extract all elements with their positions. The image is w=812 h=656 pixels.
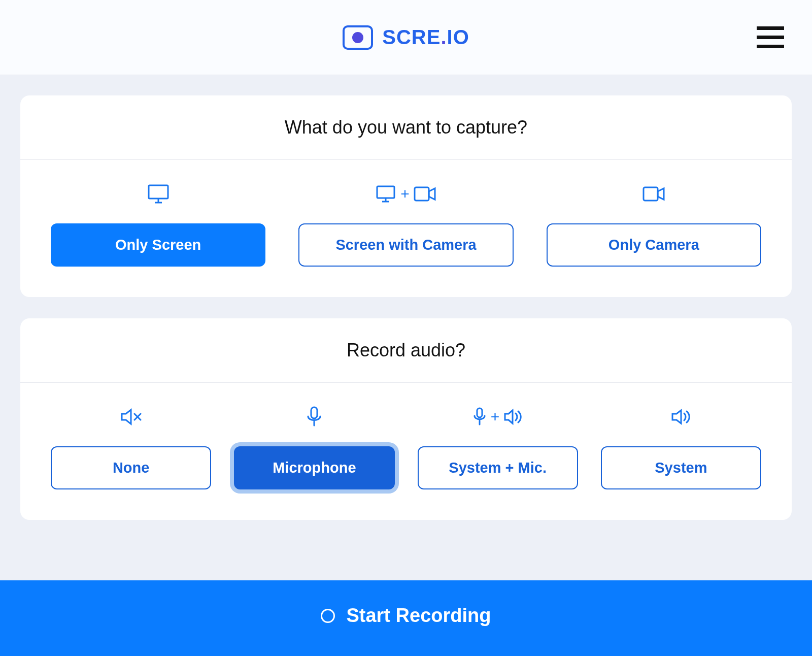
monitor-icon	[148, 183, 169, 205]
svg-rect-15	[477, 408, 482, 417]
audio-card: Record audio? None	[20, 318, 792, 520]
speaker-muted-icon	[120, 406, 142, 428]
audio-none-button[interactable]: None	[51, 446, 211, 489]
svg-rect-0	[757, 26, 784, 30]
option-screen-with-camera: + Screen with Camera	[298, 183, 513, 267]
hamburger-icon	[757, 26, 784, 49]
capture-card: What do you want to capture? Only Screen	[20, 95, 792, 297]
menu-button[interactable]	[757, 26, 784, 49]
logo-text-dot: .	[441, 26, 447, 48]
capture-options: Only Screen + Screen with Camera	[20, 160, 792, 297]
record-circle-icon	[321, 609, 335, 623]
start-recording-label: Start Recording	[346, 605, 491, 627]
microphone-plus-speaker-icon: +	[472, 406, 523, 428]
logo[interactable]: SCRE.IO	[343, 25, 469, 50]
only-screen-button[interactable]: Only Screen	[51, 223, 265, 267]
svg-rect-13	[311, 407, 317, 418]
plus-icon: +	[400, 185, 410, 203]
svg-rect-10	[644, 187, 658, 201]
logo-text: SCRE.IO	[382, 26, 469, 49]
logo-text-secondary: IO	[447, 26, 469, 48]
svg-rect-1	[757, 36, 784, 39]
only-camera-button[interactable]: Only Camera	[547, 223, 761, 267]
option-audio-system-mic: + System + Mic.	[418, 406, 578, 489]
speaker-icon	[671, 406, 691, 428]
audio-options: None Microphone	[20, 383, 792, 520]
microphone-icon	[306, 406, 323, 428]
monitor-plus-camera-icon: +	[376, 183, 436, 205]
logo-text-primary: SCRE	[382, 26, 441, 48]
svg-rect-9	[415, 187, 429, 201]
main-content: What do you want to capture? Only Screen	[0, 75, 812, 562]
screen-with-camera-button[interactable]: Screen with Camera	[298, 223, 513, 267]
plus-icon: +	[491, 408, 500, 425]
start-recording-button[interactable]: Start Recording	[0, 580, 812, 656]
audio-system-button[interactable]: System	[601, 446, 761, 489]
option-audio-microphone: Microphone	[234, 406, 394, 489]
app-header: SCRE.IO	[0, 0, 812, 75]
svg-rect-3	[149, 185, 168, 199]
option-only-camera: Only Camera	[547, 183, 761, 267]
logo-camera-icon	[343, 25, 373, 50]
option-audio-system: System	[601, 406, 761, 489]
audio-microphone-button[interactable]: Microphone	[234, 446, 394, 489]
option-only-screen: Only Screen	[51, 183, 265, 267]
camera-icon	[642, 183, 665, 205]
svg-rect-2	[757, 45, 784, 48]
capture-heading: What do you want to capture?	[20, 95, 792, 160]
option-audio-none: None	[51, 406, 211, 489]
svg-rect-6	[377, 186, 394, 198]
audio-heading: Record audio?	[20, 318, 792, 383]
audio-system-mic-button[interactable]: System + Mic.	[418, 446, 578, 489]
